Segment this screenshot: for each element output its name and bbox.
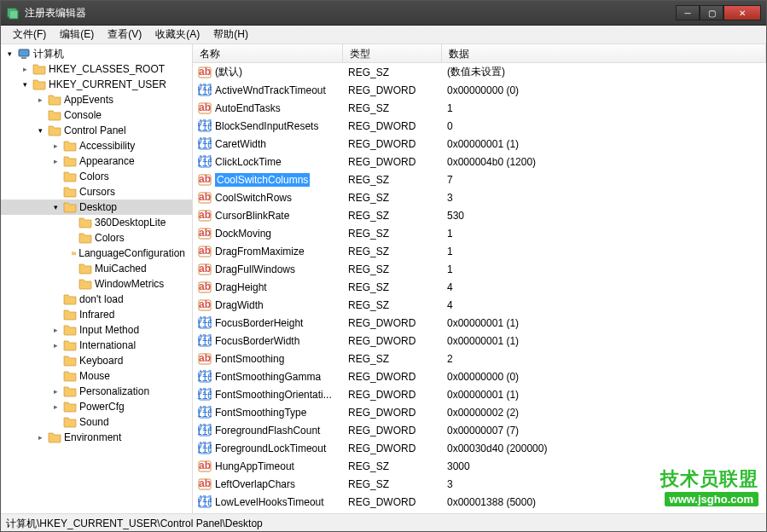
menu-edit[interactable]: 编辑(E) bbox=[53, 26, 101, 43]
value-data-cell: 0x00000001 (1) bbox=[442, 138, 766, 150]
column-name[interactable]: 名称 bbox=[193, 44, 343, 62]
expand-arrow-icon[interactable]: ▾ bbox=[20, 80, 30, 89]
list-row[interactable]: CursorBlinkRateREG_SZ530 bbox=[193, 206, 766, 224]
tree-item-label: Colors bbox=[79, 171, 109, 182]
folder-icon bbox=[32, 78, 46, 91]
binary-value-icon bbox=[198, 119, 212, 133]
close-button[interactable]: ✕ bbox=[723, 5, 761, 20]
tree-item[interactable]: MuiCached bbox=[1, 261, 192, 276]
list-row[interactable]: DragWidthREG_SZ4 bbox=[193, 296, 766, 314]
column-data[interactable]: 数据 bbox=[442, 44, 766, 62]
folder-icon bbox=[78, 277, 92, 291]
list-row[interactable]: DragHeightREG_SZ4 bbox=[193, 278, 766, 296]
column-type[interactable]: 类型 bbox=[343, 44, 442, 62]
list-header[interactable]: 名称 类型 数据 bbox=[193, 44, 766, 63]
tree-item[interactable]: ▸Appearance bbox=[1, 153, 192, 169]
tree-item[interactable]: ▸AppEvents bbox=[1, 92, 192, 107]
titlebar: 注册表编辑器 ─ ▢ ✕ bbox=[1, 1, 766, 26]
list-row[interactable]: AutoEndTasksREG_SZ1 bbox=[193, 99, 766, 117]
list-row[interactable]: (默认)REG_SZ(数值未设置) bbox=[193, 63, 766, 81]
tree-item[interactable]: ▸Environment bbox=[1, 430, 192, 445]
tree-item[interactable]: Keyboard bbox=[1, 353, 192, 368]
tree-item[interactable]: ▸HKEY_CLASSES_ROOT bbox=[1, 61, 192, 77]
tree-item[interactable]: ▸Input Method bbox=[1, 322, 192, 338]
tree-item[interactable]: LanguageConfiguration bbox=[1, 246, 192, 261]
list-row[interactable]: CaretWidthREG_DWORD0x00000001 (1) bbox=[193, 135, 766, 153]
list-row[interactable]: DragFullWindowsREG_SZ1 bbox=[193, 260, 766, 278]
list-row[interactable]: HungAppTimeoutREG_SZ3000 bbox=[193, 457, 766, 475]
menu-favorites[interactable]: 收藏夹(A) bbox=[148, 26, 206, 43]
list-row[interactable]: CoolSwitchRowsREG_SZ3 bbox=[193, 188, 766, 206]
tree-item[interactable]: Infrared bbox=[1, 307, 192, 322]
tree-item[interactable]: Mouse bbox=[1, 368, 192, 384]
expand-arrow-icon[interactable]: ▸ bbox=[50, 402, 61, 411]
list-row[interactable]: DragFromMaximizeREG_SZ1 bbox=[193, 242, 766, 260]
list-row[interactable]: FocusBorderWidthREG_DWORD0x00000001 (1) bbox=[193, 332, 766, 350]
expand-arrow-icon[interactable]: ▾ bbox=[50, 203, 61, 211]
expand-arrow-icon[interactable]: ▸ bbox=[35, 95, 45, 104]
menu-help[interactable]: 帮助(H) bbox=[206, 26, 255, 43]
tree-item[interactable]: ▸PowerCfg bbox=[1, 399, 192, 414]
value-name-cell: ClickLockTime bbox=[193, 155, 343, 169]
expand-arrow-icon[interactable]: ▸ bbox=[50, 387, 61, 396]
expand-arrow-icon[interactable]: ▸ bbox=[50, 157, 61, 165]
expand-arrow-icon[interactable]: ▸ bbox=[50, 326, 61, 334]
list-row[interactable]: FontSmoothingTypeREG_DWORD0x00000002 (2) bbox=[193, 403, 766, 421]
tree-item[interactable]: ▾计算机 bbox=[1, 46, 192, 61]
folder-icon bbox=[63, 385, 77, 398]
list-body[interactable]: (默认)REG_SZ(数值未设置)ActiveWndTrackTimeoutRE… bbox=[193, 63, 766, 513]
expand-arrow-icon[interactable]: ▸ bbox=[50, 142, 61, 150]
expand-arrow-icon[interactable]: ▸ bbox=[35, 433, 45, 442]
tree-item[interactable]: Colors bbox=[1, 169, 192, 184]
tree-item[interactable]: Colors bbox=[1, 230, 192, 246]
tree-panel[interactable]: ▾计算机▸HKEY_CLASSES_ROOT▾HKEY_CURRENT_USER… bbox=[1, 44, 193, 513]
tree-item[interactable]: ▸Accessibility bbox=[1, 138, 192, 153]
tree-item[interactable]: don't load bbox=[1, 292, 192, 307]
tree-item[interactable]: Cursors bbox=[1, 184, 192, 200]
list-row[interactable]: FontSmoothingGammaREG_DWORD0x00000000 (0… bbox=[193, 367, 766, 385]
expand-arrow-icon[interactable]: ▾ bbox=[35, 126, 45, 135]
value-name-cell: FocusBorderHeight bbox=[193, 316, 343, 330]
tree-item[interactable]: ▾Desktop bbox=[1, 200, 192, 215]
list-row[interactable]: ClickLockTimeREG_DWORD0x000004b0 (1200) bbox=[193, 153, 766, 171]
tree-item[interactable]: WindowMetrics bbox=[1, 276, 192, 292]
list-row[interactable]: LowLevelHooksTimeoutREG_DWORD0x00001388 … bbox=[193, 493, 766, 511]
maximize-button[interactable]: ▢ bbox=[700, 5, 723, 20]
tree-item-label: Desktop bbox=[79, 201, 117, 213]
value-data-cell: 0x00000001 (1) bbox=[442, 317, 766, 329]
string-value-icon bbox=[198, 101, 212, 115]
tree-item[interactable]: 360DesktopLite bbox=[1, 215, 192, 230]
value-type-cell: REG_DWORD bbox=[343, 425, 442, 437]
expand-arrow-icon[interactable]: ▸ bbox=[20, 65, 30, 73]
menu-view[interactable]: 查看(V) bbox=[101, 26, 148, 43]
list-row[interactable]: ForegroundFlashCountREG_DWORD0x00000007 … bbox=[193, 421, 766, 439]
list-row[interactable]: FontSmoothingOrientati...REG_DWORD0x0000… bbox=[193, 385, 766, 403]
folder-icon bbox=[48, 108, 61, 122]
expand-arrow-icon[interactable]: ▸ bbox=[50, 341, 61, 350]
tree-item-label: Cursors bbox=[79, 186, 115, 198]
list-row[interactable]: DockMovingREG_SZ1 bbox=[193, 224, 766, 242]
value-type-cell: REG_SZ bbox=[343, 102, 442, 114]
expand-arrow-icon[interactable]: ▾ bbox=[4, 49, 15, 58]
menu-file[interactable]: 文件(F) bbox=[6, 26, 53, 43]
tree-item[interactable]: Console bbox=[1, 107, 192, 123]
tree-item[interactable]: Sound bbox=[1, 414, 192, 430]
string-value-icon bbox=[198, 209, 212, 223]
list-row[interactable]: CoolSwitchColumnsREG_SZ7 bbox=[193, 171, 766, 188]
menubar: 文件(F) 编辑(E) 查看(V) 收藏夹(A) 帮助(H) bbox=[1, 26, 766, 44]
tree-item[interactable]: ▾Control Panel bbox=[1, 123, 192, 138]
tree-item[interactable]: ▸International bbox=[1, 338, 192, 353]
value-data-cell: 0 bbox=[442, 120, 766, 132]
folder-icon bbox=[48, 124, 61, 137]
list-row[interactable]: ForegroundLockTimeoutREG_DWORD0x00030d40… bbox=[193, 439, 766, 457]
list-row[interactable]: ActiveWndTrackTimeoutREG_DWORD0x00000000… bbox=[193, 81, 766, 99]
list-row[interactable]: FocusBorderHeightREG_DWORD0x00000001 (1) bbox=[193, 314, 766, 332]
minimize-button[interactable]: ─ bbox=[676, 5, 700, 20]
list-row[interactable]: BlockSendInputResetsREG_DWORD0 bbox=[193, 117, 766, 135]
list-row[interactable]: FontSmoothingREG_SZ2 bbox=[193, 350, 766, 367]
tree-item[interactable]: ▸Personalization bbox=[1, 384, 192, 399]
value-type-cell: REG_SZ bbox=[343, 281, 442, 293]
list-row[interactable]: LeftOverlapCharsREG_SZ3 bbox=[193, 475, 766, 493]
binary-value-icon bbox=[198, 316, 212, 330]
tree-item[interactable]: ▾HKEY_CURRENT_USER bbox=[1, 77, 192, 92]
